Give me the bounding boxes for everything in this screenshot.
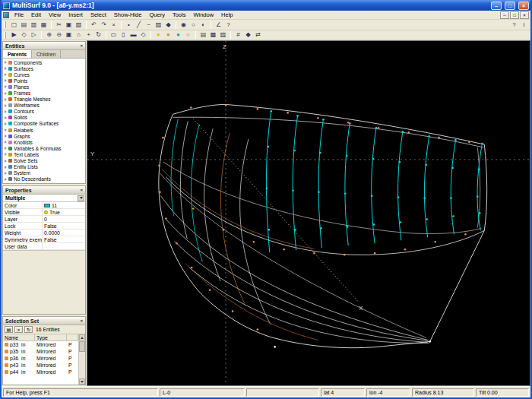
context-help-button[interactable]: ? — [509, 21, 519, 30]
wireframe-mode-button[interactable]: ▤ — [198, 30, 208, 40]
control-point[interactable] — [293, 150, 296, 152]
view-front-button[interactable]: ▭ — [109, 30, 119, 40]
property-value[interactable]: True — [43, 209, 85, 215]
control-point[interactable] — [481, 143, 483, 145]
tree-item-composite-surfaces[interactable]: Composite Surfaces — [3, 121, 85, 127]
selection-row-p33-in[interactable]: p33_inMirroredP — [3, 341, 78, 348]
mdi-close-button[interactable]: × — [520, 11, 529, 19]
expand-arrow-icon[interactable] — [5, 160, 7, 163]
expand-arrow-icon[interactable] — [5, 104, 7, 107]
tab-parents[interactable]: Parents — [3, 50, 32, 58]
selection-row-p44-in[interactable]: p44_inMirroredP — [3, 369, 78, 375]
property-value[interactable]: False — [43, 223, 85, 229]
tree-item-text-labels[interactable]: Text Labels — [3, 151, 85, 157]
remove-from-set-button[interactable]: × — [14, 326, 23, 333]
copy-button[interactable]: ▣ — [64, 21, 74, 30]
tree-item-contours[interactable]: Contours — [3, 109, 85, 115]
scroll-thumb[interactable] — [79, 341, 85, 352]
rotate-view-button[interactable]: ↻ — [93, 30, 103, 40]
hull-curve[interactable] — [484, 144, 486, 230]
selection-row-p43-in[interactable]: p43_inMirroredP — [3, 362, 78, 369]
select-button[interactable]: ▶ — [9, 30, 19, 40]
zoom-window-button[interactable]: ▣ — [64, 30, 74, 40]
property-value[interactable]: 0.0000 — [43, 230, 85, 236]
control-point[interactable] — [274, 346, 276, 348]
menu-window[interactable]: Window — [189, 11, 217, 18]
control-point[interactable] — [375, 127, 378, 129]
hull-curve[interactable] — [424, 136, 429, 237]
control-point[interactable] — [322, 119, 325, 121]
hull-curve[interactable] — [266, 111, 271, 252]
column-header-name[interactable]: Name — [3, 334, 35, 340]
control-point[interactable] — [378, 127, 380, 129]
hide-button[interactable]: ○ — [188, 21, 198, 30]
hull-curve[interactable] — [163, 162, 481, 234]
tree-item-solids[interactable]: Solids — [3, 115, 85, 121]
expand-arrow-icon[interactable] — [5, 172, 7, 175]
control-point[interactable] — [402, 131, 404, 133]
control-point[interactable] — [397, 196, 400, 198]
control-point[interactable] — [319, 152, 321, 154]
shaded-mode-button[interactable]: ▩ — [208, 30, 218, 40]
expand-arrow-icon[interactable] — [5, 153, 7, 156]
control-point[interactable] — [400, 221, 402, 223]
control-point[interactable] — [190, 106, 192, 109]
insert-point-button[interactable]: • — [124, 21, 134, 30]
menu-show-hide[interactable]: Show-Hide — [110, 11, 146, 18]
tab-children[interactable]: Children — [32, 50, 61, 58]
expand-arrow-icon[interactable] — [5, 141, 7, 144]
menu-insert[interactable]: Insert — [65, 11, 87, 18]
control-point[interactable] — [162, 137, 164, 139]
property-value[interactable]: False — [43, 236, 85, 242]
hull-curve[interactable] — [220, 133, 245, 304]
column-header-type[interactable]: Type — [35, 334, 67, 340]
expand-arrow-icon[interactable] — [5, 128, 7, 131]
control-point[interactable] — [428, 135, 430, 138]
hull-curve[interactable] — [192, 124, 203, 261]
new-button[interactable]: ▢ — [9, 21, 19, 30]
properties-close-icon[interactable]: × — [80, 188, 83, 192]
zoom-out-button[interactable]: ⊖ — [54, 30, 64, 40]
save-button[interactable]: ▥ — [29, 21, 39, 30]
control-point[interactable] — [344, 254, 346, 256]
control-point[interactable] — [257, 328, 259, 331]
hull-curve[interactable] — [451, 140, 455, 234]
properties-selection-combo[interactable]: Multiple — [3, 195, 85, 202]
control-point[interactable] — [159, 191, 161, 193]
control-point[interactable] — [374, 252, 376, 255]
control-point[interactable] — [450, 197, 452, 199]
hull-curve[interactable] — [398, 131, 403, 240]
scroll-up-button[interactable] — [79, 334, 85, 340]
property-value[interactable]: 11 — [43, 202, 85, 208]
tree-item-system[interactable]: System — [3, 170, 85, 176]
expand-arrow-icon[interactable] — [5, 61, 7, 64]
control-point[interactable] — [209, 290, 211, 292]
control-point[interactable] — [372, 158, 375, 160]
control-point[interactable] — [253, 241, 255, 243]
pan-button[interactable]: + — [84, 30, 93, 40]
redo-button[interactable]: ↷ — [99, 21, 109, 30]
control-point[interactable] — [429, 340, 431, 343]
select-polygon-button[interactable]: ◇ — [19, 30, 29, 40]
symmetry-toggle-button[interactable]: ⇄ — [253, 30, 263, 40]
minimize-button[interactable]: – — [491, 2, 502, 10]
delete-button[interactable]: × — [109, 21, 119, 30]
control-point[interactable] — [292, 189, 294, 192]
control-point[interactable] — [426, 218, 428, 220]
control-point[interactable] — [425, 164, 427, 166]
point-color-white-button[interactable]: ○ — [183, 30, 193, 40]
hull-curve[interactable] — [372, 128, 376, 243]
expand-arrow-icon[interactable] — [5, 98, 7, 101]
tree-item-triangle-meshes[interactable]: Triangle Meshes — [3, 97, 85, 103]
hull-curve[interactable] — [162, 169, 314, 249]
tree-item-surfaces[interactable]: Surfaces — [3, 65, 85, 71]
hull-curve[interactable] — [189, 268, 429, 343]
control-point[interactable] — [451, 167, 454, 169]
control-point[interactable] — [399, 161, 401, 163]
list-view-button[interactable]: ▤ — [5, 326, 13, 333]
control-point[interactable] — [225, 104, 227, 106]
toolbar-grip[interactable] — [4, 21, 6, 28]
hull-curve[interactable] — [173, 117, 483, 147]
tree-item-points[interactable]: Points — [3, 78, 85, 84]
control-point[interactable] — [318, 191, 320, 193]
